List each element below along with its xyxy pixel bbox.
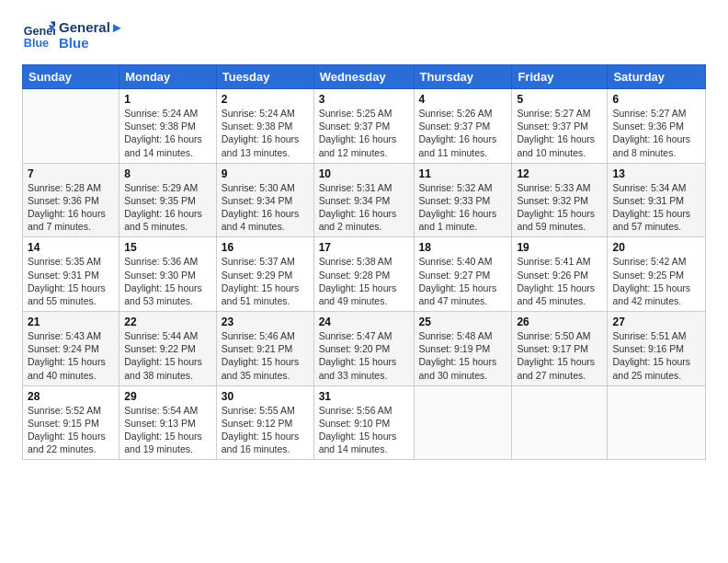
page: General Blue General► Blue SundayMondayT… xyxy=(0,0,728,563)
weekday-header-row: SundayMondayTuesdayWednesdayThursdayFrid… xyxy=(23,65,706,89)
day-info: Sunrise: 5:44 AM Sunset: 9:22 PM Dayligh… xyxy=(124,329,211,382)
day-info: Sunrise: 5:46 AM Sunset: 9:21 PM Dayligh… xyxy=(222,329,309,382)
calendar-cell xyxy=(414,385,512,460)
logo: General Blue General► Blue xyxy=(22,18,124,52)
weekday-header-friday: Friday xyxy=(512,65,608,89)
weekday-header-saturday: Saturday xyxy=(608,65,706,89)
day-number: 29 xyxy=(124,390,211,403)
day-number: 20 xyxy=(612,241,700,254)
calendar-cell: 5Sunrise: 5:27 AM Sunset: 9:37 PM Daylig… xyxy=(512,89,608,164)
calendar-cell: 15Sunrise: 5:36 AM Sunset: 9:30 PM Dayli… xyxy=(119,237,217,312)
day-number: 1 xyxy=(124,93,211,106)
day-number: 19 xyxy=(517,241,602,254)
calendar-cell: 6Sunrise: 5:27 AM Sunset: 9:36 PM Daylig… xyxy=(608,89,706,164)
day-number: 9 xyxy=(222,167,309,180)
day-info: Sunrise: 5:24 AM Sunset: 9:38 PM Dayligh… xyxy=(222,107,309,159)
day-info: Sunrise: 5:28 AM Sunset: 9:36 PM Dayligh… xyxy=(28,181,114,234)
day-number: 21 xyxy=(28,316,114,328)
day-info: Sunrise: 5:41 AM Sunset: 9:26 PM Dayligh… xyxy=(517,255,602,307)
weekday-header-thursday: Thursday xyxy=(414,65,512,89)
day-info: Sunrise: 5:43 AM Sunset: 9:24 PM Dayligh… xyxy=(28,329,114,382)
calendar-cell: 27Sunrise: 5:51 AM Sunset: 9:16 PM Dayli… xyxy=(608,312,706,386)
header: General Blue General► Blue xyxy=(22,18,706,52)
calendar-cell: 29Sunrise: 5:54 AM Sunset: 9:13 PM Dayli… xyxy=(119,385,217,460)
weekday-header-monday: Monday xyxy=(119,65,217,89)
calendar-cell: 20Sunrise: 5:42 AM Sunset: 9:25 PM Dayli… xyxy=(608,237,706,312)
day-number: 13 xyxy=(612,167,700,180)
day-number: 5 xyxy=(517,93,602,106)
calendar-cell: 25Sunrise: 5:48 AM Sunset: 9:19 PM Dayli… xyxy=(414,312,512,386)
day-number: 4 xyxy=(419,93,507,106)
calendar-cell: 10Sunrise: 5:31 AM Sunset: 9:34 PM Dayli… xyxy=(313,163,414,237)
day-number: 25 xyxy=(419,316,507,328)
calendar-cell: 17Sunrise: 5:38 AM Sunset: 9:28 PM Dayli… xyxy=(313,237,414,312)
calendar-cell: 2Sunrise: 5:24 AM Sunset: 9:38 PM Daylig… xyxy=(216,89,313,164)
day-info: Sunrise: 5:55 AM Sunset: 9:12 PM Dayligh… xyxy=(222,404,309,456)
calendar-cell: 7Sunrise: 5:28 AM Sunset: 9:36 PM Daylig… xyxy=(23,163,119,237)
day-info: Sunrise: 5:29 AM Sunset: 9:35 PM Dayligh… xyxy=(124,181,211,234)
calendar-cell: 14Sunrise: 5:35 AM Sunset: 9:31 PM Dayli… xyxy=(23,237,119,312)
svg-text:Blue: Blue xyxy=(24,37,49,50)
calendar-cell: 16Sunrise: 5:37 AM Sunset: 9:29 PM Dayli… xyxy=(216,237,313,312)
day-info: Sunrise: 5:50 AM Sunset: 9:17 PM Dayligh… xyxy=(517,329,602,382)
week-row-4: 21Sunrise: 5:43 AM Sunset: 9:24 PM Dayli… xyxy=(23,312,706,386)
calendar-cell: 22Sunrise: 5:44 AM Sunset: 9:22 PM Dayli… xyxy=(119,312,217,386)
day-info: Sunrise: 5:30 AM Sunset: 9:34 PM Dayligh… xyxy=(222,181,309,234)
calendar-cell: 3Sunrise: 5:25 AM Sunset: 9:37 PM Daylig… xyxy=(313,89,414,164)
day-number: 8 xyxy=(124,167,211,180)
logo-icon: General Blue xyxy=(22,18,55,52)
calendar-cell xyxy=(512,385,608,460)
calendar-cell: 13Sunrise: 5:34 AM Sunset: 9:31 PM Dayli… xyxy=(608,163,706,237)
weekday-header-sunday: Sunday xyxy=(23,65,119,89)
day-info: Sunrise: 5:35 AM Sunset: 9:31 PM Dayligh… xyxy=(28,255,114,307)
calendar-cell: 28Sunrise: 5:52 AM Sunset: 9:15 PM Dayli… xyxy=(23,385,119,460)
calendar-cell xyxy=(608,385,706,460)
calendar-cell: 24Sunrise: 5:47 AM Sunset: 9:20 PM Dayli… xyxy=(313,312,414,386)
logo-text-general: General► xyxy=(59,19,124,35)
calendar-cell: 26Sunrise: 5:50 AM Sunset: 9:17 PM Dayli… xyxy=(512,312,608,386)
day-number: 10 xyxy=(319,167,409,180)
day-info: Sunrise: 5:42 AM Sunset: 9:25 PM Dayligh… xyxy=(612,255,700,307)
calendar-cell: 31Sunrise: 5:56 AM Sunset: 9:10 PM Dayli… xyxy=(313,385,414,460)
week-row-3: 14Sunrise: 5:35 AM Sunset: 9:31 PM Dayli… xyxy=(23,237,706,312)
day-info: Sunrise: 5:27 AM Sunset: 9:37 PM Dayligh… xyxy=(517,107,602,159)
weekday-header-wednesday: Wednesday xyxy=(313,65,414,89)
calendar-cell: 4Sunrise: 5:26 AM Sunset: 9:37 PM Daylig… xyxy=(414,89,512,164)
day-info: Sunrise: 5:51 AM Sunset: 9:16 PM Dayligh… xyxy=(612,329,700,382)
calendar-cell: 1Sunrise: 5:24 AM Sunset: 9:38 PM Daylig… xyxy=(119,89,217,164)
day-info: Sunrise: 5:24 AM Sunset: 9:38 PM Dayligh… xyxy=(124,107,211,159)
day-number: 16 xyxy=(222,241,309,254)
day-number: 24 xyxy=(319,316,409,328)
calendar-cell: 23Sunrise: 5:46 AM Sunset: 9:21 PM Dayli… xyxy=(216,312,313,386)
calendar-cell xyxy=(23,89,119,164)
day-number: 11 xyxy=(419,167,507,180)
calendar-table: SundayMondayTuesdayWednesdayThursdayFrid… xyxy=(22,64,706,460)
day-number: 15 xyxy=(124,241,211,254)
day-info: Sunrise: 5:31 AM Sunset: 9:34 PM Dayligh… xyxy=(319,181,409,234)
day-number: 2 xyxy=(222,93,309,106)
day-info: Sunrise: 5:54 AM Sunset: 9:13 PM Dayligh… xyxy=(124,404,211,456)
day-number: 7 xyxy=(28,167,114,180)
day-info: Sunrise: 5:38 AM Sunset: 9:28 PM Dayligh… xyxy=(319,255,409,307)
calendar-cell: 8Sunrise: 5:29 AM Sunset: 9:35 PM Daylig… xyxy=(119,163,217,237)
calendar-cell: 21Sunrise: 5:43 AM Sunset: 9:24 PM Dayli… xyxy=(23,312,119,386)
day-number: 17 xyxy=(319,241,409,254)
day-info: Sunrise: 5:40 AM Sunset: 9:27 PM Dayligh… xyxy=(419,255,507,307)
week-row-2: 7Sunrise: 5:28 AM Sunset: 9:36 PM Daylig… xyxy=(23,163,706,237)
day-info: Sunrise: 5:52 AM Sunset: 9:15 PM Dayligh… xyxy=(28,404,114,456)
day-info: Sunrise: 5:48 AM Sunset: 9:19 PM Dayligh… xyxy=(419,329,507,382)
day-number: 3 xyxy=(319,93,409,106)
calendar-cell: 11Sunrise: 5:32 AM Sunset: 9:33 PM Dayli… xyxy=(414,163,512,237)
day-number: 18 xyxy=(419,241,507,254)
day-number: 27 xyxy=(612,316,700,328)
day-info: Sunrise: 5:56 AM Sunset: 9:10 PM Dayligh… xyxy=(319,404,409,456)
week-row-1: 1Sunrise: 5:24 AM Sunset: 9:38 PM Daylig… xyxy=(23,89,706,164)
day-number: 28 xyxy=(28,390,114,403)
day-number: 14 xyxy=(28,241,114,254)
day-info: Sunrise: 5:33 AM Sunset: 9:32 PM Dayligh… xyxy=(517,181,602,234)
calendar-cell: 30Sunrise: 5:55 AM Sunset: 9:12 PM Dayli… xyxy=(216,385,313,460)
weekday-header-tuesday: Tuesday xyxy=(216,65,313,89)
calendar-cell: 18Sunrise: 5:40 AM Sunset: 9:27 PM Dayli… xyxy=(414,237,512,312)
day-number: 23 xyxy=(222,316,309,328)
day-info: Sunrise: 5:36 AM Sunset: 9:30 PM Dayligh… xyxy=(124,255,211,307)
